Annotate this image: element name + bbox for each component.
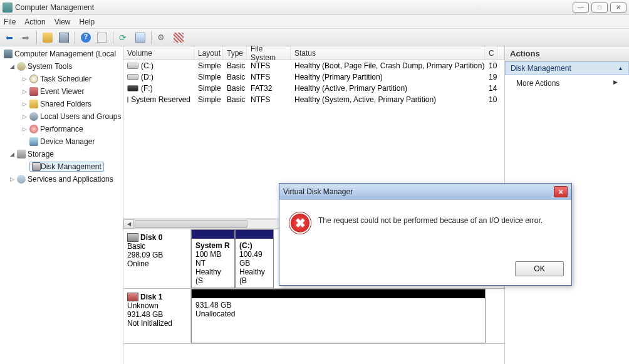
toolbar-separator — [36, 31, 37, 44]
disk-row: Disk 1 Unknown 931.48 GB Not Initialized… — [123, 289, 504, 344]
tb-stripes-button[interactable] — [172, 31, 185, 44]
menu-file[interactable]: File — [4, 18, 16, 26]
volume-layout: Simple — [194, 61, 223, 70]
tree-shared-folders[interactable]: Shared Folders — [40, 100, 91, 108]
tree-performance[interactable]: Performance — [40, 125, 83, 133]
actions-more-actions[interactable]: More Actions ▶ — [505, 75, 629, 91]
volume-filesystem: FAT32 — [247, 84, 291, 93]
dialog-title: Virtual Disk Manager — [283, 187, 554, 196]
col-status[interactable]: Status — [291, 46, 485, 60]
volume-capacity: 19 — [485, 73, 497, 81]
volume-list-body: (C:)SimpleBasicNTFSHealthy (Boot, Page F… — [123, 60, 504, 105]
window-title: Computer Management — [15, 3, 570, 12]
tb-properties-button[interactable] — [57, 31, 71, 44]
tree-local-users[interactable]: Local Users and Groups — [40, 112, 121, 121]
device-manager-icon — [29, 137, 38, 146]
menu-action[interactable]: Action — [24, 18, 45, 26]
volume-row[interactable]: (F:)SimpleBasicFAT32Healthy (Active, Pri… — [123, 83, 504, 94]
minimize-button[interactable]: — — [573, 3, 589, 13]
back-button[interactable] — [3, 31, 16, 44]
volume-name: (F:) — [141, 84, 153, 93]
expand-icon[interactable]: ▷ — [21, 113, 28, 120]
menubar: File Action View Help — [0, 15, 629, 29]
volume-status: Healthy (Primary Partition) — [291, 73, 485, 81]
users-icon — [29, 112, 38, 121]
actions-header: Actions — [505, 46, 629, 61]
volume-layout: Simple — [194, 73, 223, 81]
storage-icon — [17, 150, 26, 159]
drive-icon — [127, 74, 138, 80]
col-layout[interactable]: Layout — [194, 46, 223, 60]
disk-error-icon — [127, 293, 138, 301]
tree-event-viewer[interactable]: Event Viewer — [40, 87, 84, 96]
sheet-icon — [97, 33, 107, 43]
expand-icon[interactable]: ▷ — [21, 76, 28, 82]
shared-folders-icon — [29, 100, 38, 108]
tree-task-scheduler[interactable]: Task Scheduler — [40, 75, 91, 83]
volume-status: Healthy (Boot, Page File, Crash Dump, Pr… — [291, 61, 485, 70]
error-icon: ✖ — [289, 212, 311, 234]
expand-icon[interactable]: ▷ — [21, 101, 28, 107]
toolbar-separator — [151, 31, 152, 44]
volume-name: (D:) — [141, 73, 153, 81]
performance-icon — [29, 125, 38, 133]
close-button[interactable]: ✕ — [610, 3, 626, 13]
actions-section-disk-management[interactable]: Disk Management ▲ — [505, 61, 629, 75]
col-volume[interactable]: Volume — [123, 46, 194, 60]
disk0-label[interactable]: Disk 0 Basic 298.09 GB Online — [123, 229, 191, 288]
disk1-label[interactable]: Disk 1 Unknown 931.48 GB Not Initialized — [123, 289, 191, 343]
volume-layout: Simple — [194, 95, 223, 104]
volume-type: Basic — [223, 61, 247, 70]
event-viewer-icon — [29, 87, 38, 96]
volume-row[interactable]: System ReservedSimpleBasicNTFSHealthy (S… — [123, 94, 504, 105]
expand-icon[interactable]: ◢ — [9, 151, 15, 157]
computer-management-icon — [4, 49, 13, 58]
scroll-left-button[interactable]: ◀ — [123, 219, 134, 229]
error-dialog: Virtual Disk Manager ✕ ✖ The request cou… — [279, 183, 572, 286]
dialog-close-button[interactable]: ✕ — [554, 186, 568, 197]
maximize-button[interactable]: □ — [591, 3, 608, 13]
tb-refresh-button[interactable] — [117, 31, 131, 44]
toolbar-separator — [75, 31, 75, 44]
tree-disk-management[interactable]: Disk Management — [29, 162, 104, 172]
volume-filesystem: NTFS — [247, 61, 291, 70]
col-type[interactable]: Type — [223, 46, 247, 60]
tb-list-button[interactable] — [133, 31, 147, 44]
tree-root[interactable]: Computer Management (Local — [14, 49, 116, 58]
forward-button[interactable] — [19, 31, 33, 44]
menu-help[interactable]: Help — [80, 18, 95, 26]
volume-filesystem: NTFS — [247, 95, 291, 104]
menu-view[interactable]: View — [55, 18, 71, 26]
expand-icon[interactable]: ◢ — [9, 63, 15, 70]
tree-services[interactable]: Services and Applications — [28, 175, 113, 184]
volume-name: System Reserved — [131, 95, 190, 104]
ok-button[interactable]: OK — [515, 261, 564, 276]
dialog-titlebar[interactable]: Virtual Disk Manager ✕ — [279, 184, 571, 200]
volume-list-header: Volume Layout Type File System Status C — [123, 46, 504, 60]
col-filesystem[interactable]: File System — [247, 46, 291, 60]
toolbar: ? — [0, 29, 629, 46]
services-icon — [17, 175, 26, 184]
tree-device-manager[interactable]: Device Manager — [40, 137, 95, 146]
tree-storage[interactable]: Storage — [28, 150, 54, 159]
volume-type: Basic — [223, 73, 247, 81]
tree-system-tools[interactable]: System Tools — [28, 62, 72, 71]
expand-icon[interactable]: ▷ — [21, 126, 28, 132]
partition-c[interactable]: (C:) 100.49 GB Healthy (B — [235, 229, 274, 288]
tb-settings-button[interactable] — [155, 31, 169, 44]
col-capacity[interactable]: C — [485, 46, 497, 60]
partition-unallocated[interactable]: 931.48 GB Unallocated — [191, 289, 486, 343]
expand-icon[interactable]: ▷ — [21, 88, 28, 95]
task-scheduler-icon — [29, 75, 38, 83]
volume-type: Basic — [223, 84, 247, 93]
tb-folder-button[interactable] — [41, 31, 55, 44]
tb-sheet-button[interactable] — [95, 31, 109, 44]
partition-header — [236, 230, 273, 239]
partition-system-reserved[interactable]: System R 100 MB NT Healthy (S — [191, 229, 235, 288]
volume-row[interactable]: (D:)SimpleBasicNTFSHealthy (Primary Part… — [123, 71, 504, 83]
volume-status: Healthy (System, Active, Primary Partiti… — [291, 95, 485, 104]
tb-help-button[interactable]: ? — [79, 31, 93, 44]
volume-row[interactable]: (C:)SimpleBasicNTFSHealthy (Boot, Page F… — [123, 60, 504, 71]
scroll-thumb[interactable] — [135, 220, 247, 228]
expand-icon[interactable]: ▷ — [9, 176, 15, 182]
